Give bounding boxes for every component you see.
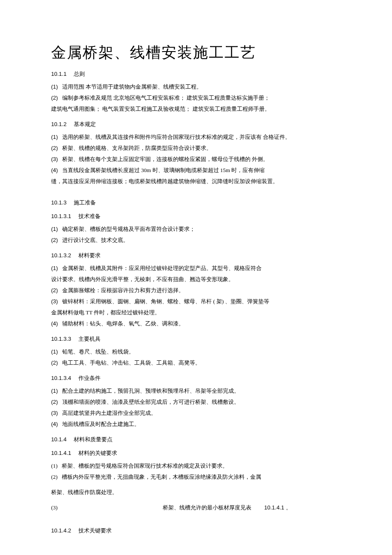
- list-text: 桥架、槽板的型号规格应符合国家现行技术标准的规定及设计要求。: [62, 460, 228, 472]
- paragraph: 建筑电气通用图集； 电气装置安装工程施工及验收规范； 建筑安装工程质量工程师手册…: [51, 104, 341, 115]
- list-text: 镀锌材料：采用钢板、圆钢、扁钢、角钢、螺栓、螺母、吊杆 ( 架) 、垫圈、弹簧垫…: [62, 296, 269, 307]
- list-num: (2): [51, 143, 58, 154]
- section-10.1.4.1: 10.1.4.1 材料的关键要求: [51, 449, 341, 457]
- section-10.1.2: 10.1.2 基本规定: [51, 121, 341, 128]
- section-num: 10.1.4: [51, 436, 66, 443]
- paragraph: 桥架、线槽应作防腐处理。: [51, 487, 341, 498]
- list-text: 铅笔、卷尺、线坠、粉线袋。: [62, 346, 134, 357]
- section-10.1.1: 10.1.1 总则: [51, 70, 341, 78]
- paragraph: 设计要求。线槽内外应光滑平整，无棱刺，不应有扭曲、翘边等变形现象。: [51, 274, 341, 285]
- list-num: (2): [51, 285, 58, 296]
- list-num: (1): [51, 81, 58, 92]
- ref-text: 桥架、线槽允许的最小板材厚度见表: [163, 502, 251, 513]
- section-label: 作业条件: [78, 375, 101, 381]
- list-text: 地面线槽应及时配合土建施工。: [62, 419, 140, 430]
- list-num: (1): [51, 346, 58, 357]
- section-num: 10.1.3.4: [51, 375, 71, 381]
- section-10.1.4: 10.1.4 材料和质量要点: [51, 436, 341, 443]
- section-10.1.4.2: 10.1.4.2 技术关键要求: [51, 527, 341, 535]
- section-label: 技术关键要求: [78, 527, 112, 534]
- section-num: 10.1.3.2: [51, 252, 71, 259]
- table-reference: (3) 桥架、线槽允许的最小板材厚度见表 10.1.4.1 。: [51, 502, 341, 513]
- list-num: (2): [51, 472, 58, 483]
- section-label: 材料和质量要点: [74, 436, 112, 443]
- list-num: (1): [51, 460, 58, 472]
- list-num: (1): [51, 263, 58, 274]
- section-10.1.3: 10.1.3 施工准备: [51, 199, 341, 207]
- list-num: (3): [51, 154, 58, 165]
- section-label: 总则: [74, 71, 85, 77]
- section-num: 10.1.4.1: [51, 450, 71, 456]
- list-text: 进行设计交底、技术交底。: [62, 235, 129, 246]
- list-num: (1): [51, 224, 58, 235]
- document-title: 金属桥架、线槽安装施工工艺: [51, 43, 341, 63]
- section-num: 10.1.3: [51, 199, 66, 206]
- paragraph: 缝，其连接应采用伸缩连接板；电缆桥架线槽跨越建筑物伸缩缝、沉降缝时应加设伸缩装置…: [51, 176, 341, 187]
- section-10.1.3.4: 10.1.3.4 作业条件: [51, 374, 341, 382]
- section-num: 10.1.4.2: [51, 527, 71, 534]
- list-text: 槽板内外应平整光滑，无扭曲现象，无毛刺，木槽板应涂绝缘漆及防火涂料，金属: [62, 472, 261, 483]
- list-text: 桥架、线槽的规格、支吊架跨距，防腐类型应符合设计要求。: [62, 143, 212, 154]
- ref-number: 10.1.4.1 。: [264, 502, 291, 513]
- list-text: 选用的桥架、线槽及其连接件和附件均应符合国家现行技术标准的规定，并应该有 合格证…: [62, 132, 291, 143]
- section-label: 技术准备: [78, 213, 101, 219]
- list-num: (2): [51, 92, 58, 104]
- list-text: 桥架、线槽在每个支架上应固定牢固，连接板的螺栓应紧固，螺母位于线槽的 外侧。: [62, 154, 268, 165]
- list-text: 顶棚和墙面的喷漆、油漆及壁纸全部完成后，方可进行桥架、线槽敷设。: [62, 397, 239, 408]
- list-text: 高层建筑竖井内土建湿作业全部完成。: [62, 408, 156, 419]
- section-label: 施工准备: [74, 199, 96, 206]
- list-num: (3): [51, 502, 163, 513]
- list-num: (3): [51, 408, 58, 419]
- list-text: 确定桥架、槽板的型号规格及平面布置符合设计要求；: [62, 224, 195, 235]
- section-num: 10.1.2: [51, 121, 66, 127]
- section-num: 10.1.3.3: [51, 336, 71, 342]
- list-num: (2): [51, 357, 58, 368]
- section-10.1.3.1: 10.1.3.1 技术准备: [51, 213, 341, 220]
- section-label: 材料的关键要求: [78, 450, 117, 456]
- section-label: 基本规定: [74, 121, 96, 127]
- list-text: 配合土建的结构施工，预留孔洞、预埋铁和预埋吊杆、吊架等全部完成。: [62, 385, 239, 397]
- list-num: (2): [51, 235, 58, 246]
- list-text: 编制参考标准及规范 北京地区电气工程安装标准； 建筑安装工程质量达标实施手册；: [62, 92, 270, 104]
- paragraph: 金属材料做电 TT 件时，都应经过镀锌处理。: [51, 307, 341, 318]
- list-text: 电工工具、手电钻、冲击钻、工具袋、工具箱、高凳等。: [62, 357, 201, 368]
- section-num: 10.1.3.1: [51, 213, 71, 219]
- section-10.1.3.3: 10.1.3.3 主要机具: [51, 335, 341, 343]
- section-label: 材料要求: [78, 252, 101, 259]
- list-text: 金属膨胀螺栓：应根据容许拉力和剪力进行选择。: [62, 285, 184, 296]
- list-num: (4): [51, 318, 58, 329]
- list-text: 金属桥架、线槽及其附件：应采用经过镀锌处理的定型产品。其型号、规格应符合: [62, 263, 262, 274]
- list-num: (2): [51, 397, 58, 408]
- list-num: (3): [51, 296, 58, 307]
- list-text: 辅助材料：钻头、电焊条、氧气、乙炔、调和漆。: [62, 318, 184, 329]
- section-10.1.3.2: 10.1.3.2 材料要求: [51, 252, 341, 259]
- list-text: 适用范围 本节适用于建筑物内金属桥架、线槽安装工程。: [62, 81, 202, 92]
- list-num: (4): [51, 165, 58, 176]
- list-num: (4): [51, 419, 58, 430]
- list-num: (1): [51, 132, 58, 143]
- list-text: 当直线段金属桥架线槽长度超过 30m 时、玻璃钢制电缆桥架超过 15m 时，应有…: [62, 165, 265, 176]
- list-num: (1): [51, 385, 58, 397]
- section-label: 主要机具: [78, 336, 101, 342]
- section-num: 10.1.1: [51, 71, 66, 77]
